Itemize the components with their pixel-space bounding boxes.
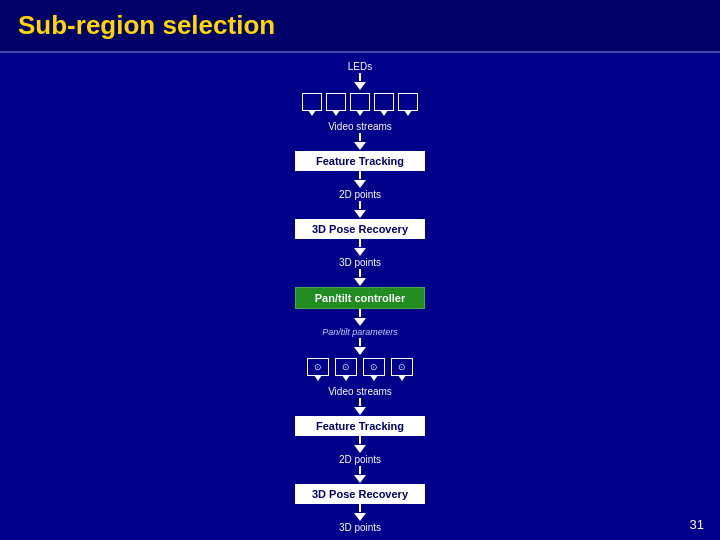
leds-row xyxy=(302,93,418,111)
3d-points-label-1: 3D points xyxy=(339,257,381,268)
led-box-4 xyxy=(374,93,394,111)
led-box-3 xyxy=(350,93,370,111)
page-number: 31 xyxy=(690,517,704,532)
main-content: LEDs Video streams Feature Tracking 2D p… xyxy=(0,53,720,537)
leds-label: LEDs xyxy=(348,61,372,72)
pan-tilt-controller-box: Pan/tilt controller xyxy=(295,287,425,309)
video-streams-label-1: Video streams xyxy=(328,121,392,132)
2d-points-label-1: 2D points xyxy=(339,189,381,200)
led-box-5 xyxy=(398,93,418,111)
camera-icon-1 xyxy=(307,358,329,376)
feature-tracking-box-2: Feature Tracking xyxy=(295,416,425,436)
page-title: Sub-region selection xyxy=(18,10,275,40)
diagram: LEDs Video streams Feature Tracking 2D p… xyxy=(295,61,425,534)
3d-pose-recovery-box-1: 3D Pose Recovery xyxy=(295,219,425,239)
3d-points-label-2: 3D points xyxy=(339,522,381,533)
feature-tracking-box-1: Feature Tracking xyxy=(295,151,425,171)
title-bar: Sub-region selection xyxy=(0,0,720,53)
pan-tilt-parameters-label: Pan/tilt parameters xyxy=(322,327,398,337)
camera-icon-2 xyxy=(335,358,357,376)
camera-icon-4 xyxy=(391,358,413,376)
led-box-1 xyxy=(302,93,322,111)
camera-icon-3 xyxy=(363,358,385,376)
3d-pose-recovery-box-2: 3D Pose Recovery xyxy=(295,484,425,504)
cameras-row xyxy=(307,358,413,376)
video-streams-label-2: Video streams xyxy=(328,386,392,397)
led-box-2 xyxy=(326,93,346,111)
2d-points-label-2: 2D points xyxy=(339,454,381,465)
